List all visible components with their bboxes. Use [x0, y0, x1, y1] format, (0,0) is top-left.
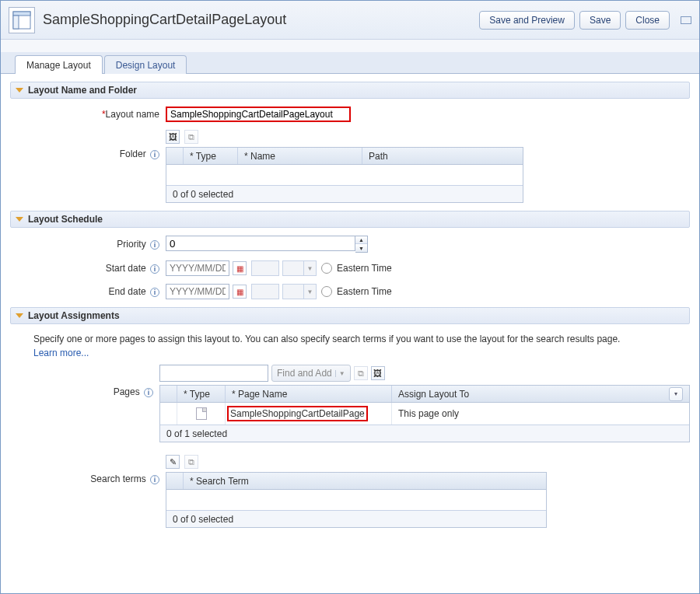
end-time-ampm[interactable]: ▼: [282, 284, 317, 299]
label-pages: Pages i: [10, 365, 159, 397]
pages-grid: * Type * Page Name Assign Layout To▾ Sam…: [159, 385, 690, 442]
search-terms-grid-header: * Search Term: [166, 473, 546, 490]
row-end-date: End date i ▦ ▼ Eastern Time: [10, 284, 690, 299]
layout-name-input[interactable]: [166, 107, 351, 122]
timezone-label: Eastern Time: [337, 286, 392, 297]
browse-icon[interactable]: 🖼: [166, 130, 180, 144]
section-title-assignments: Layout Assignments: [28, 310, 120, 321]
svg-rect-2: [13, 16, 19, 29]
disclosure-icon[interactable]: [16, 313, 23, 318]
section-head-schedule: Layout Schedule: [10, 211, 690, 228]
spinner-up[interactable]: ▲: [355, 236, 367, 244]
close-button[interactable]: Close: [625, 11, 670, 30]
tab-design-layout[interactable]: Design Layout: [104, 55, 187, 74]
col-assign[interactable]: Assign Layout To▾: [392, 386, 689, 402]
content-area: Layout Name and Folder *Layout name Fold…: [1, 74, 699, 593]
col-page-name[interactable]: * Page Name: [226, 386, 392, 402]
find-and-add-button[interactable]: Find and Add▼: [271, 365, 351, 382]
tab-strip: Manage Layout Design Layout: [1, 52, 699, 74]
folder-grid-body: [166, 165, 523, 185]
header-buttons: Save and Preview Save Close: [479, 11, 691, 30]
info-icon[interactable]: i: [150, 240, 159, 250]
label-folder: Folder i: [10, 130, 166, 159]
label-layout-name: *Layout name: [10, 109, 166, 120]
label-search-terms: Search terms i: [10, 455, 166, 484]
header-bar: SampleShoppingCartDetailPageLayout Save …: [1, 1, 699, 40]
folder-grid: * Type * Name Path 0 of 0 selected: [166, 147, 523, 203]
find-input[interactable]: [159, 365, 268, 382]
save-and-preview-button[interactable]: Save and Preview: [479, 11, 575, 30]
info-icon[interactable]: i: [150, 288, 159, 297]
calendar-icon[interactable]: ▦: [233, 261, 247, 275]
col-name[interactable]: * Name: [238, 148, 362, 164]
info-icon[interactable]: i: [150, 264, 159, 274]
pages-grid-row[interactable]: SampleShoppingCartDetailPage This page o…: [160, 403, 689, 425]
svg-rect-1: [13, 12, 30, 16]
copy-icon[interactable]: ⧉: [184, 130, 198, 144]
pages-grid-header: * Type * Page Name Assign Layout To▾: [160, 386, 689, 403]
col-type[interactable]: * Type: [177, 386, 226, 402]
timezone-label: Eastern Time: [337, 263, 392, 274]
page-icon: [196, 407, 207, 420]
copy-page-icon[interactable]: ⧉: [354, 366, 368, 380]
row-folder: Folder i 🖼 ⧉ * Type * Name Path 0 of 0 s…: [10, 130, 690, 203]
calendar-icon[interactable]: ▦: [233, 285, 247, 299]
page-title: SampleShoppingCartDetailPageLayout: [43, 12, 479, 28]
folder-grid-header: * Type * Name Path: [166, 148, 523, 165]
section-title-schedule: Layout Schedule: [28, 214, 103, 225]
tab-manage-layout[interactable]: Manage Layout: [15, 55, 103, 74]
highlighted-page-name: SampleShoppingCartDetailPage: [227, 406, 368, 421]
row-search-terms: Search terms i ✎ ⧉ * Search Term 0 of 0 …: [10, 455, 690, 528]
start-time-hour[interactable]: [251, 260, 279, 276]
end-date-input[interactable]: [166, 284, 229, 299]
start-time-ampm[interactable]: ▼: [282, 260, 317, 276]
layout-icon: [9, 7, 35, 33]
info-icon[interactable]: i: [150, 475, 159, 484]
pages-grid-footer: 0 of 1 selected: [160, 425, 689, 442]
restore-window-icon[interactable]: [681, 16, 691, 24]
priority-input[interactable]: [166, 236, 355, 251]
learn-more-link[interactable]: Learn more...: [33, 348, 89, 358]
col-search-term[interactable]: * Search Term: [184, 473, 546, 489]
column-menu-icon[interactable]: ▾: [669, 387, 683, 401]
clock-icon: [321, 286, 332, 297]
col-path[interactable]: Path: [362, 148, 523, 164]
search-terms-grid-body: [166, 490, 546, 510]
end-time-hour[interactable]: [251, 284, 279, 299]
new-term-icon[interactable]: ✎: [166, 455, 180, 469]
search-terms-toolbar: ✎ ⧉: [166, 455, 547, 469]
label-end-date: End date i: [10, 286, 166, 297]
spinner-down[interactable]: ▼: [355, 244, 367, 252]
browse-page-icon[interactable]: 🖼: [371, 366, 385, 380]
row-pages: Pages i Find and Add▼ ⧉ 🖼 * Type * Page …: [10, 365, 690, 442]
find-add-toolbar: Find and Add▼ ⧉ 🖼: [159, 365, 690, 382]
clock-icon: [321, 263, 332, 274]
row-priority: Priority i ▲ ▼: [10, 236, 690, 253]
start-date-input[interactable]: [166, 260, 229, 276]
search-terms-grid: * Search Term 0 of 0 selected: [166, 472, 547, 528]
disclosure-icon[interactable]: [16, 217, 23, 222]
priority-spinner: ▲ ▼: [166, 236, 368, 253]
col-type[interactable]: * Type: [184, 148, 238, 164]
folder-toolbar: 🖼 ⧉: [166, 130, 523, 144]
search-terms-grid-footer: 0 of 0 selected: [166, 510, 546, 527]
row-start-date: Start date i ▦ ▼ Eastern Time: [10, 260, 690, 276]
copy-term-icon[interactable]: ⧉: [184, 455, 198, 469]
folder-grid-footer: 0 of 0 selected: [166, 185, 523, 202]
section-title-name-folder: Layout Name and Folder: [28, 85, 137, 96]
app-frame: SampleShoppingCartDetailPageLayout Save …: [0, 0, 700, 594]
row-layout-name: *Layout name: [10, 107, 690, 122]
label-priority: Priority i: [10, 239, 166, 250]
assignments-description: Specify one or more pages to assign this…: [33, 332, 677, 360]
assign-value: This page only: [392, 403, 689, 425]
section-head-name-folder: Layout Name and Folder: [10, 82, 690, 99]
save-button[interactable]: Save: [579, 11, 621, 30]
info-icon[interactable]: i: [144, 388, 153, 397]
label-start-date: Start date i: [10, 263, 166, 274]
info-icon[interactable]: i: [150, 150, 159, 159]
section-head-assignments: Layout Assignments: [10, 307, 690, 324]
disclosure-icon[interactable]: [16, 88, 23, 93]
